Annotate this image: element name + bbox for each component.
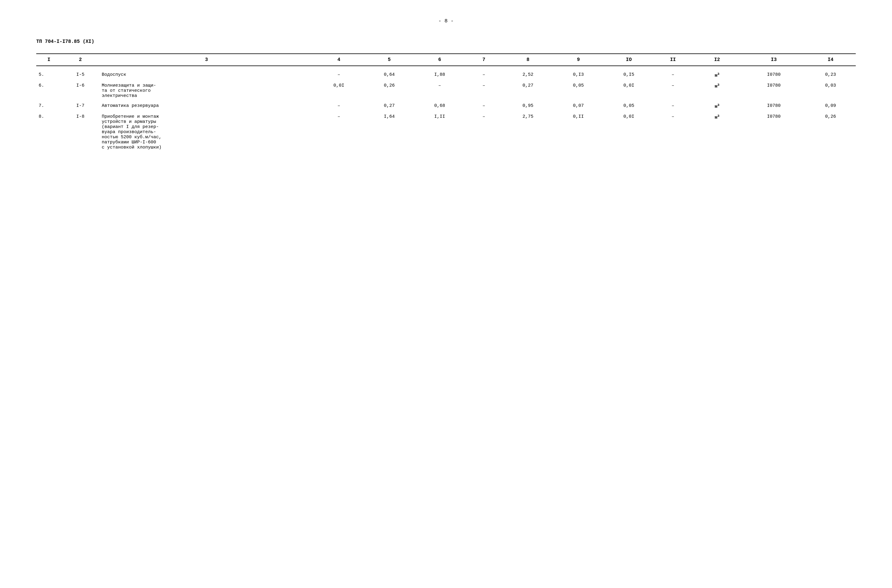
cell-r3-c14: 0,09 (805, 101, 856, 112)
cell-r3-c5: 0,27 (364, 101, 414, 112)
header-col14: I4 (805, 54, 856, 66)
table-row: 5. I-5 Водоспуск – 0,64 I,88 – 2,52 0,I3… (36, 66, 856, 81)
cell-r4-c14: 0,26 (805, 112, 856, 153)
cell-r3-c11: – (654, 101, 692, 112)
cell-r3-c9: 0,07 (553, 101, 603, 112)
cell-r2-desc: Молниезащита и защи-та от статическогоэл… (99, 81, 314, 101)
cell-r1-c13: I0780 (742, 66, 805, 81)
header-col11: II (654, 54, 692, 66)
header-col7: 7 (465, 54, 502, 66)
cell-r1-c14: 0,23 (805, 66, 856, 81)
cell-r3-c4: – (314, 101, 364, 112)
cell-r1-c7: – (465, 66, 502, 81)
document-title: ТП 704-I-I78.85 (XI) (36, 39, 856, 44)
table-row: 7. I-7 Автоматика резервуара – 0,27 0,68… (36, 101, 856, 112)
main-table: I 2 3 4 5 6 7 8 9 IO II I2 I3 I4 5. I-5 … (36, 53, 856, 153)
cell-r2-c11: – (654, 81, 692, 101)
cell-r1-c5: 0,64 (364, 66, 414, 81)
header-col4: 4 (314, 54, 364, 66)
cell-r2-c5: 0,26 (364, 81, 414, 101)
header-col5: 5 (364, 54, 414, 66)
cell-r3-id: I-7 (61, 101, 99, 112)
cell-r1-c6: I,88 (414, 66, 465, 81)
cell-r4-c13: I0780 (742, 112, 805, 153)
cell-r4-c5: I,64 (364, 112, 414, 153)
cell-r4-c7: – (465, 112, 502, 153)
cell-r1-c9: 0,I3 (553, 66, 603, 81)
cell-r2-c7: – (465, 81, 502, 101)
cell-r2-c12: м3 (692, 81, 742, 101)
header-col6: 6 (414, 54, 465, 66)
cell-r3-num: 7. (36, 101, 61, 112)
cell-r2-c13: I0780 (742, 81, 805, 101)
cell-r2-c10: 0,0I (603, 81, 654, 101)
header-col8: 8 (502, 54, 553, 66)
cell-r1-c8: 2,52 (502, 66, 553, 81)
table-row: 6. I-6 Молниезащита и защи-та от статиче… (36, 81, 856, 101)
table-row: 8. I-8 Приобретение и монтажустройств и … (36, 112, 856, 153)
cell-r2-c6: – (414, 81, 465, 101)
header-col9: 9 (553, 54, 603, 66)
cell-r3-c7: – (465, 101, 502, 112)
cell-r3-c12: м3 (692, 101, 742, 112)
cell-r4-c9: 0,II (553, 112, 603, 153)
cell-r4-num: 8. (36, 112, 61, 153)
cell-r3-c13: I0780 (742, 101, 805, 112)
cell-r1-num: 5. (36, 66, 61, 81)
page-number: - 8 - (36, 18, 856, 24)
table-header-row: I 2 3 4 5 6 7 8 9 IO II I2 I3 I4 (36, 54, 856, 66)
cell-r4-id: I-8 (61, 112, 99, 153)
cell-r3-c8: 0,95 (502, 101, 553, 112)
cell-r4-desc: Приобретение и монтажустройств и арматур… (99, 112, 314, 153)
cell-r2-c8: 0,27 (502, 81, 553, 101)
header-col2: 2 (61, 54, 99, 66)
cell-r1-c11: – (654, 66, 692, 81)
cell-r4-c12: м3 (692, 112, 742, 153)
cell-r2-c9: 0,05 (553, 81, 603, 101)
cell-r2-c14: 0,03 (805, 81, 856, 101)
cell-r3-c6: 0,68 (414, 101, 465, 112)
header-col10: IO (603, 54, 654, 66)
cell-r1-id: I-5 (61, 66, 99, 81)
cell-r1-desc: Водоспуск (99, 66, 314, 81)
cell-r4-c11: – (654, 112, 692, 153)
header-col1: I (36, 54, 61, 66)
cell-r1-c4: – (314, 66, 364, 81)
cell-r2-c4: 0,0I (314, 81, 364, 101)
cell-r4-c10: 0,0I (603, 112, 654, 153)
cell-r3-c10: 0,05 (603, 101, 654, 112)
cell-r1-c10: 0,I5 (603, 66, 654, 81)
cell-r2-id: I-6 (61, 81, 99, 101)
header-col12: I2 (692, 54, 742, 66)
header-col3: 3 (99, 54, 314, 66)
cell-r4-c4: – (314, 112, 364, 153)
header-col13: I3 (742, 54, 805, 66)
cell-r3-desc: Автоматика резервуара (99, 101, 314, 112)
cell-r4-c6: I,II (414, 112, 465, 153)
cell-r1-c12: м3 (692, 66, 742, 81)
cell-r4-c8: 2,75 (502, 112, 553, 153)
cell-r2-num: 6. (36, 81, 61, 101)
